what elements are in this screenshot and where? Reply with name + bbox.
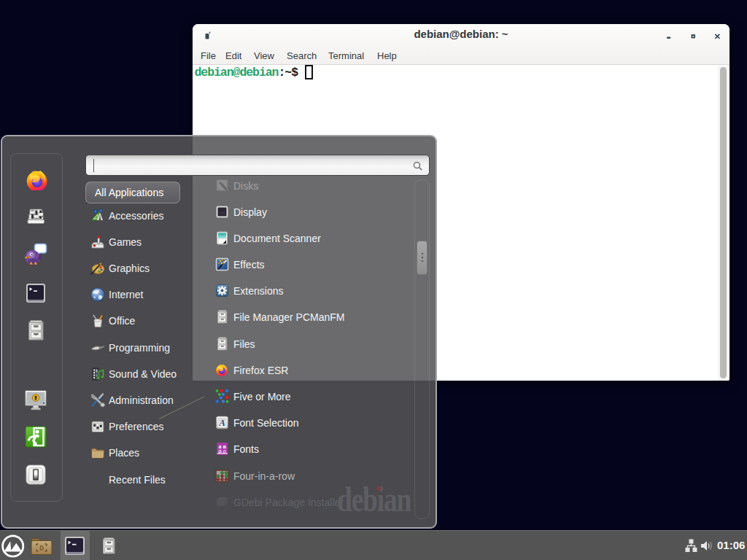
svg-text:A: A [218, 417, 225, 428]
svg-text:D: D [39, 545, 44, 553]
svg-text:a: a [223, 448, 226, 454]
svg-text:a: a [218, 448, 222, 454]
